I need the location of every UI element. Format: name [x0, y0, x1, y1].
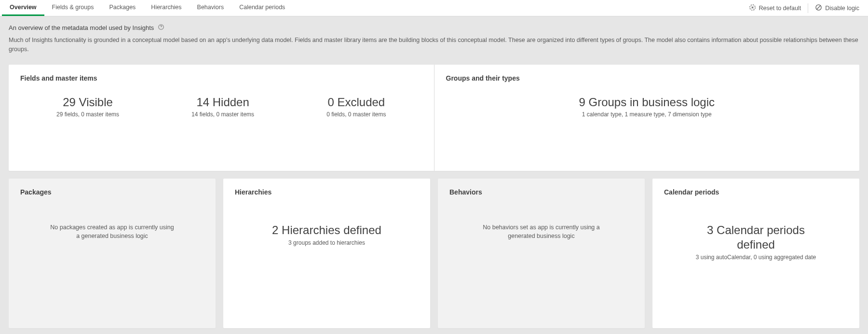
svg-line-2: [817, 5, 821, 9]
tab-label: Hierarchies: [151, 4, 181, 11]
calendar-periods-card: Calendar periods 3 Calendar periods defi…: [652, 179, 859, 328]
section-title: Behaviors: [449, 188, 633, 196]
tab-label: Calendar periods: [239, 4, 285, 11]
section-title: Hierarchies: [235, 188, 419, 196]
tab-packages[interactable]: Packages: [101, 0, 143, 16]
card-body: 2 Hierarchies defined 3 groups added to …: [235, 209, 419, 319]
intro-description: Much of Insights functionality is ground…: [9, 36, 859, 54]
metric-main: 3 Calendar periods defined: [689, 223, 824, 252]
stat-sub: 29 fields, 0 master items: [56, 111, 119, 118]
behaviors-card: Behaviors No behaviors set as app is cur…: [438, 179, 645, 328]
metric-sub: 3 using autoCalendar, 0 using aggregated…: [696, 254, 816, 261]
card-body: 3 Calendar periods defined 3 using autoC…: [664, 209, 848, 319]
intro-section: An overview of the metadata model used b…: [0, 16, 868, 60]
section-title: Calendar periods: [664, 188, 848, 196]
fields-stats-row: 29 Visible 29 fields, 0 master items 14 …: [20, 96, 422, 118]
tab-label: Fields & groups: [52, 4, 94, 11]
stat-main: 9 Groups in business logic: [579, 96, 715, 109]
groups-stats-row: 9 Groups in business logic 1 calendar ty…: [446, 96, 848, 118]
reset-label: Reset to default: [759, 5, 801, 12]
empty-message: No behaviors set as app is currently usi…: [479, 223, 604, 240]
header-actions: Reset to default Disable logic: [742, 0, 866, 16]
disable-label: Disable logic: [825, 5, 859, 12]
metric-main: 2 Hierarchies defined: [272, 223, 381, 237]
fields-master-items-panel: Fields and master items 29 Visible 29 fi…: [9, 65, 434, 171]
content-area: Fields and master items 29 Visible 29 fi…: [0, 60, 868, 334]
tab-fields-groups[interactable]: Fields & groups: [44, 0, 102, 16]
stat-sub: 14 fields, 0 master items: [191, 111, 254, 118]
card-body: No packages created as app is currently …: [20, 209, 204, 319]
stat-hidden: 14 Hidden 14 fields, 0 master items: [191, 96, 254, 118]
intro-title-row: An overview of the metadata model used b…: [9, 24, 859, 32]
reset-icon: [749, 4, 756, 13]
tab-calendar-periods[interactable]: Calendar periods: [231, 0, 293, 16]
hierarchies-card: Hierarchies 2 Hierarchies defined 3 grou…: [223, 179, 430, 328]
stat-main: 14 Hidden: [191, 96, 254, 109]
intro-title: An overview of the metadata model used b…: [9, 24, 154, 31]
reset-to-default-button[interactable]: Reset to default: [742, 0, 808, 16]
tab-label: Packages: [109, 4, 136, 11]
packages-card: Packages No packages created as app is c…: [9, 179, 216, 328]
stat-main: 29 Visible: [56, 96, 119, 109]
tab-bar: Overview Fields & groups Packages Hierar…: [0, 0, 868, 16]
empty-message: No packages created as app is currently …: [50, 223, 175, 240]
disable-icon: [815, 4, 822, 13]
tab-behaviors[interactable]: Behaviors: [190, 0, 232, 16]
groups-panel: Groups and their types 9 Groups in busin…: [434, 65, 860, 171]
stat-visible: 29 Visible 29 fields, 0 master items: [56, 96, 119, 118]
tab-label: Behaviors: [197, 4, 224, 11]
tab-hierarchies[interactable]: Hierarchies: [143, 0, 189, 16]
svg-point-4: [161, 28, 162, 28]
stat-sub: 0 fields, 0 master items: [326, 111, 386, 118]
overview-bottom-row: Packages No packages created as app is c…: [9, 179, 859, 328]
stat-main: 0 Excluded: [326, 96, 386, 109]
section-title: Fields and master items: [20, 74, 422, 82]
section-title: Packages: [20, 188, 204, 196]
tab-overview[interactable]: Overview: [2, 0, 44, 16]
tab-label: Overview: [10, 4, 37, 11]
stat-sub: 1 calendar type, 1 measure type, 7 dimen…: [579, 111, 715, 118]
stat-excluded: 0 Excluded 0 fields, 0 master items: [326, 96, 386, 118]
stat-groups: 9 Groups in business logic 1 calendar ty…: [579, 96, 715, 118]
section-title: Groups and their types: [446, 74, 848, 82]
disable-logic-button[interactable]: Disable logic: [808, 0, 866, 16]
metric-sub: 3 groups added to hierarchies: [288, 239, 365, 246]
card-body: No behaviors set as app is currently usi…: [449, 209, 633, 319]
overview-top-card: Fields and master items 29 Visible 29 fi…: [9, 65, 859, 171]
help-icon[interactable]: [158, 24, 164, 32]
tabs-container: Overview Fields & groups Packages Hierar…: [2, 0, 293, 16]
